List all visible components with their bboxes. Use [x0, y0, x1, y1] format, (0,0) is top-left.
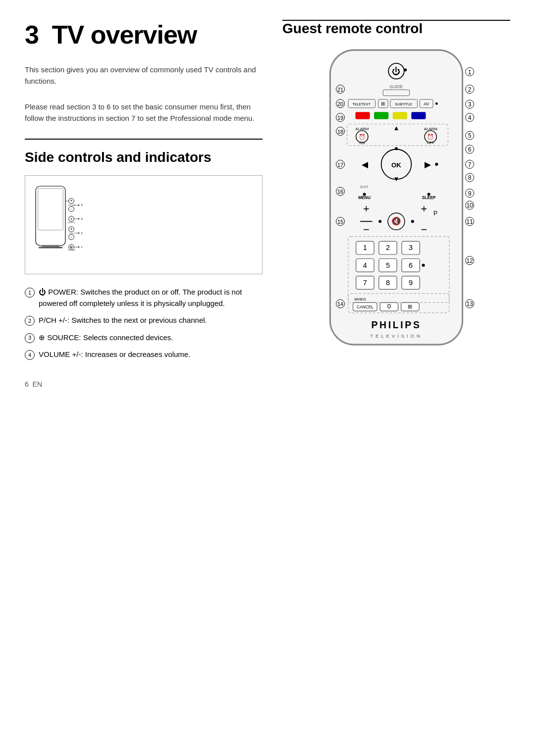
svg-rect-3 [39, 247, 62, 248]
svg-text:+: + [70, 199, 72, 202]
svg-text:OK: OK [391, 161, 401, 169]
svg-text:GUIDE: GUIDE [390, 84, 403, 89]
svg-text:MHEG: MHEG [354, 297, 366, 302]
svg-text:+: + [363, 202, 370, 215]
svg-text:21: 21 [337, 87, 343, 93]
svg-text:6: 6 [468, 146, 472, 153]
item-text-3: ⊕ SOURCE: Selects connected devices. [39, 332, 173, 344]
svg-text:▶: ▶ [425, 160, 431, 169]
svg-text:EXIT: EXIT [361, 185, 369, 189]
chapter-title: 3 TV overview [25, 20, 263, 50]
section-divider [25, 139, 263, 140]
svg-text:14: 14 [337, 301, 343, 307]
item-text-4: VOLUME +/-: Increases or decreases volum… [39, 349, 190, 360]
svg-point-10 [78, 204, 79, 205]
svg-text:17: 17 [337, 162, 343, 168]
svg-text:▲: ▲ [393, 124, 399, 132]
item-text-1: ⏻ POWER: Switches the product on or off.… [39, 287, 263, 309]
svg-text:2: 2 [81, 232, 83, 235]
svg-text:13: 13 [466, 301, 473, 307]
svg-point-88 [395, 147, 398, 150]
svg-text:15: 15 [337, 219, 343, 225]
svg-text:1: 1 [468, 69, 472, 76]
guest-remote-title: Guest remote control [282, 20, 510, 37]
list-item: 1 ⏻ POWER: Switches the product on or of… [25, 287, 263, 309]
svg-text:7: 7 [468, 161, 472, 168]
svg-point-36 [404, 68, 407, 71]
svg-text:OFF: OFF [427, 141, 434, 145]
svg-text:4: 4 [363, 261, 367, 269]
svg-text:SUBTITLE: SUBTITLE [395, 102, 412, 106]
svg-text:◀: ◀ [362, 160, 369, 169]
side-controls-title: Side controls and indicators [25, 150, 263, 165]
svg-text:4: 4 [468, 114, 472, 121]
svg-text:PHILIPS: PHILIPS [372, 319, 422, 330]
svg-text:−: − [70, 235, 72, 239]
svg-text:⏰: ⏰ [427, 133, 434, 140]
svg-text:⏻: ⏻ [392, 66, 401, 76]
svg-text:+: + [70, 227, 72, 231]
page-footer: 6 EN [25, 380, 263, 388]
svg-text:3: 3 [468, 101, 472, 108]
svg-text:2: 2 [386, 244, 390, 252]
left-column: 3 TV overview This section gives you an … [25, 20, 263, 388]
svg-point-55 [435, 102, 438, 105]
svg-text:10: 10 [466, 202, 473, 209]
page-number: 6 [25, 380, 29, 388]
svg-point-30 [78, 247, 79, 248]
remote-svg: ⏻ 1 GUIDE 2 21 3 [312, 44, 481, 356]
svg-rect-62 [355, 112, 370, 119]
svg-text:⏰: ⏰ [359, 133, 366, 140]
controls-list: 1 ⏻ POWER: Switches the product on or of… [25, 287, 263, 360]
right-column: Guest remote control ⏻ 1 GUIDE [282, 20, 510, 388]
list-item: 3 ⊕ SOURCE: Selects connected devices. [25, 332, 263, 344]
svg-rect-0 [36, 186, 65, 246]
svg-text:−: − [363, 223, 370, 236]
svg-point-16 [78, 218, 79, 219]
list-item: 2 P/CH +/-: Switches to the next or prev… [25, 315, 263, 326]
svg-text:TELEVISION: TELEVISION [370, 333, 423, 339]
svg-text:5: 5 [468, 132, 472, 139]
svg-point-110 [378, 220, 381, 223]
svg-text:P: P [433, 210, 437, 217]
svg-point-133 [422, 264, 425, 267]
svg-text:4: 4 [81, 203, 83, 206]
svg-text:🔇: 🔇 [391, 216, 401, 226]
svg-text:3: 3 [409, 244, 413, 252]
svg-text:SOURCE: SOURCE [67, 222, 75, 224]
svg-text:16: 16 [337, 189, 343, 195]
svg-text:3: 3 [81, 217, 83, 220]
svg-text:18: 18 [337, 129, 343, 135]
svg-rect-33 [330, 50, 462, 345]
chapter-number: 3 [25, 20, 39, 49]
item-text-2: P/CH +/-: Switches to the next or previo… [39, 315, 207, 326]
svg-text:MENU: MENU [358, 195, 371, 200]
svg-text:⊕: ⊕ [70, 218, 72, 220]
svg-text:1: 1 [363, 244, 367, 252]
item-number-4: 4 [25, 350, 35, 360]
svg-text:9: 9 [468, 190, 472, 197]
svg-text:11: 11 [466, 218, 473, 225]
page-lang: EN [33, 380, 42, 388]
svg-point-116 [411, 220, 414, 223]
svg-text:8: 8 [386, 279, 390, 287]
svg-text:20: 20 [337, 101, 343, 107]
svg-text:TELETEXT: TELETEXT [352, 102, 371, 106]
item-number-2: 2 [25, 316, 35, 326]
svg-text:6: 6 [409, 261, 413, 269]
svg-text:9: 9 [409, 279, 413, 287]
svg-text:AV: AV [424, 101, 429, 106]
svg-point-90 [435, 163, 438, 166]
svg-point-24 [78, 233, 79, 234]
svg-text:2: 2 [468, 86, 472, 93]
item-number-1: 1 [25, 288, 35, 298]
svg-text:+: + [421, 202, 427, 215]
svg-rect-1 [38, 189, 63, 230]
svg-text:1: 1 [81, 246, 83, 249]
svg-text:7: 7 [363, 279, 367, 287]
svg-text:⏻: ⏻ [70, 246, 73, 249]
svg-text:▼: ▼ [393, 175, 399, 183]
svg-rect-63 [374, 112, 388, 119]
svg-text:19: 19 [337, 115, 343, 121]
item-number-3: 3 [25, 333, 35, 343]
